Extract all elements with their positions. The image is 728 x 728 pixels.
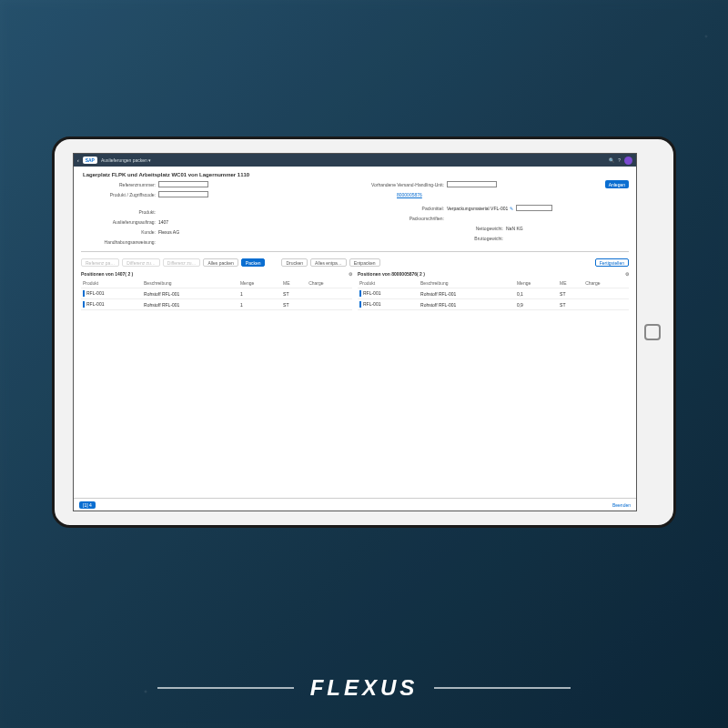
brand-bar: FLEXUS bbox=[0, 675, 728, 701]
tables-section: Positionen von 1407( 2 ) ⚙ Produkt Besch… bbox=[74, 269, 636, 310]
col-charge: Charge bbox=[583, 278, 629, 288]
btn-diff-2[interactable]: Differenz zu… bbox=[163, 258, 201, 267]
btn-alle-packen[interactable]: Alles packen bbox=[203, 258, 238, 267]
col-me: ME bbox=[281, 278, 307, 288]
btn-alles-entpa[interactable]: Alles entpa… bbox=[310, 258, 347, 267]
search-icon[interactable]: 🔍 bbox=[609, 157, 614, 163]
header-title[interactable]: Auslieferungen packen ▾ bbox=[101, 157, 605, 163]
btn-ref-pa[interactable]: Referenz pa… bbox=[81, 258, 119, 267]
form-section: Referenznummer: Produkt / Zugriffscode: … bbox=[74, 180, 636, 248]
auftrag-value: 1407 bbox=[158, 219, 168, 225]
beenden-link[interactable]: Beenden bbox=[612, 502, 631, 508]
table-left: Positionen von 1407( 2 ) ⚙ Produkt Besch… bbox=[81, 269, 352, 310]
netto-label: Nettogewicht: bbox=[360, 226, 506, 231]
sap-logo: SAP bbox=[83, 157, 97, 164]
table-row[interactable]: RFL-001 Rohstoff RFL-001 1 ST bbox=[81, 288, 352, 299]
btn-diff-1[interactable]: Differenz zu… bbox=[122, 258, 160, 267]
vhandling-input[interactable] bbox=[447, 181, 497, 187]
back-icon[interactable]: ‹ bbox=[77, 157, 79, 163]
page-title: Lagerplatz FLPK und Arbeitsplatz WC01 vo… bbox=[74, 167, 636, 180]
vhandling-label: Vorhandene Versand-Handling-Unit: bbox=[360, 182, 447, 187]
netto-value: NaN KG bbox=[506, 226, 523, 231]
footer-badge[interactable]: [1] 4 bbox=[79, 501, 96, 509]
hand-label: Handhabungsanweisung: bbox=[81, 239, 158, 245]
tablet-screen: ‹ SAP Auslieferungen packen ▾ 🔍 ? Lagerp… bbox=[73, 153, 637, 511]
prod-code-input[interactable] bbox=[158, 191, 208, 197]
produkt-label: Produkt: bbox=[81, 209, 158, 215]
brutto-label: Bruttogewicht: bbox=[360, 236, 506, 241]
auftrag-label: Auslieferungsauftrag: bbox=[81, 219, 158, 225]
brand-logo: FLEXUS bbox=[310, 675, 419, 701]
hu-number-link[interactable]: 8000005876 bbox=[397, 192, 422, 197]
ref-input[interactable] bbox=[158, 181, 208, 187]
col-me: ME bbox=[558, 278, 583, 288]
table-row[interactable]: RFL-001 Rohstoff RFL-001 0,1 ST bbox=[358, 288, 629, 299]
form-right-col: Vorhandene Versand-Handling-Unit: Anlege… bbox=[360, 180, 629, 248]
table-right: Positionen von 8000005876( 2 ) ⚙ Produkt… bbox=[358, 269, 629, 310]
btn-packen[interactable]: Packen bbox=[241, 258, 266, 267]
anlegen-button[interactable]: Anlegen bbox=[605, 180, 629, 188]
edit-packmittel-icon[interactable]: ✎ bbox=[508, 206, 512, 211]
col-beschreibung: Beschreibung bbox=[419, 278, 515, 288]
packmittel-label: Packmittel: bbox=[360, 206, 447, 211]
action-bar: Referenz pa… Differenz zu… Differenz zu…… bbox=[74, 256, 636, 269]
ref-label: Referenznummer: bbox=[81, 182, 158, 187]
btn-fertigstellen[interactable]: Fertigstellen bbox=[595, 258, 629, 267]
tablet-home-button[interactable] bbox=[644, 324, 661, 340]
table-right-title: Positionen von 8000005876( 2 ) bbox=[358, 271, 425, 277]
col-menge: Menge bbox=[515, 278, 558, 288]
tablet-frame: ‹ SAP Auslieferungen packen ▾ 🔍 ? Lagerp… bbox=[52, 136, 676, 528]
app-header: ‹ SAP Auslieferungen packen ▾ 🔍 ? bbox=[74, 154, 636, 167]
help-icon[interactable]: ? bbox=[618, 157, 621, 163]
btn-drucken[interactable]: Drucken bbox=[281, 258, 308, 267]
col-charge: Charge bbox=[307, 278, 352, 288]
packmittel-extra-input[interactable] bbox=[516, 205, 552, 211]
form-left-col: Referenznummer: Produkt / Zugriffscode: … bbox=[81, 180, 349, 248]
packvor-label: Packvorschriften: bbox=[360, 216, 447, 221]
gear-icon[interactable]: ⚙ bbox=[349, 271, 352, 277]
table-row[interactable]: RFL-001 Rohstoff RFL-001 0,9 ST bbox=[358, 299, 629, 310]
gear-icon[interactable]: ⚙ bbox=[625, 271, 629, 277]
prod-code-label: Produkt / Zugriffscode: bbox=[81, 192, 158, 197]
col-beschreibung: Beschreibung bbox=[142, 278, 238, 288]
col-produkt: Produkt bbox=[358, 278, 419, 288]
table-left-title: Positionen von 1407( 2 ) bbox=[81, 271, 133, 277]
kunde-value: Flexus AG bbox=[158, 229, 179, 235]
kunde-label: Kunde: bbox=[81, 229, 158, 235]
col-menge: Menge bbox=[238, 278, 281, 288]
packmittel-value: Verpackungsmaterial VFL-001 bbox=[447, 206, 508, 211]
avatar[interactable] bbox=[624, 157, 632, 165]
btn-entpacken[interactable]: Entpacken bbox=[349, 258, 380, 267]
table-row[interactable]: RFL-001 Rohstoff RFL-001 1 ST bbox=[81, 299, 352, 310]
main-panel: Lagerplatz FLPK und Arbeitsplatz WC01 vo… bbox=[74, 167, 636, 511]
footer-bar: [1] 4 Beenden bbox=[74, 498, 636, 511]
col-produkt: Produkt bbox=[81, 278, 142, 288]
